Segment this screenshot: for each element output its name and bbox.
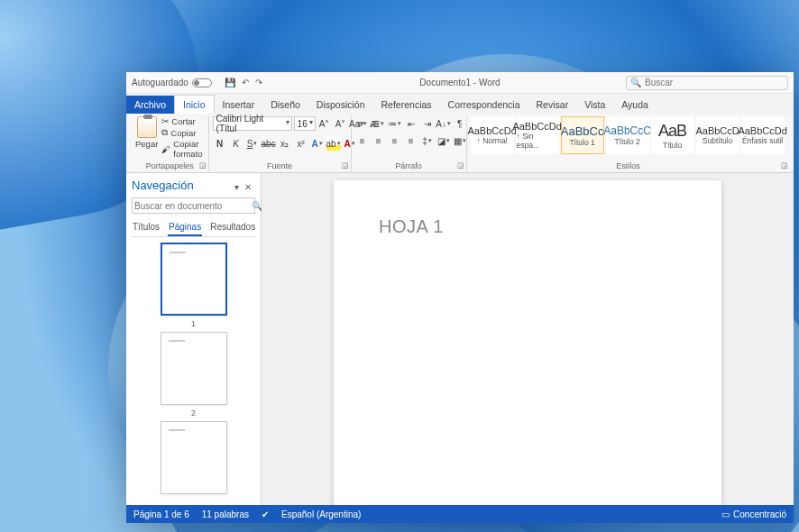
- italic-icon[interactable]: K: [229, 136, 243, 151]
- page-1[interactable]: HOJA 1: [334, 180, 721, 505]
- tab-disposicion[interactable]: Disposición: [308, 96, 373, 114]
- strike-icon[interactable]: abc: [262, 136, 276, 151]
- nav-tabs: Títulos Páginas Resultados: [132, 219, 255, 237]
- line-spacing-icon[interactable]: ‡: [420, 133, 435, 148]
- status-bar: Página 1 de 6 11 palabras ✔ Español (Arg…: [126, 505, 794, 523]
- style-subtitle[interactable]: AaBbCcDSubtítulo: [696, 116, 739, 154]
- group-font: Calibri Light (Títul 16 A˄ A˅ Aa A̷ N K …: [209, 116, 352, 171]
- thumbnail-page-3[interactable]: [161, 421, 227, 494]
- shading-icon[interactable]: ◪: [436, 133, 451, 148]
- copy-button[interactable]: ⧉ Copiar: [161, 127, 202, 138]
- tab-ayuda[interactable]: Ayuda: [613, 96, 657, 114]
- font-dialog-launcher[interactable]: ◲: [342, 161, 349, 170]
- font-size-combo[interactable]: 16: [294, 116, 316, 131]
- styles-dialog-launcher[interactable]: ◲: [781, 161, 788, 170]
- numbering-icon[interactable]: ≣: [372, 116, 386, 131]
- tell-me-search[interactable]: 🔍: [626, 76, 788, 90]
- spellcheck-icon[interactable]: ✔: [262, 509, 269, 519]
- style-heading1[interactable]: AaBbCcTítulo 1: [561, 116, 604, 154]
- align-left-icon[interactable]: ≡: [355, 133, 370, 148]
- group-clipboard: Pegar ✂ Cortar ⧉ Copiar 🖌 Copiar formato…: [132, 116, 209, 171]
- borders-icon[interactable]: ▦: [453, 133, 467, 148]
- nav-close-icon[interactable]: ✕: [244, 182, 252, 192]
- save-icon[interactable]: 💾: [225, 78, 235, 87]
- bold-icon[interactable]: N: [213, 136, 227, 151]
- word-window: Autoguardado 💾 ↶ ↷ Documento1 - Word 🔍 A…: [126, 72, 794, 523]
- align-center-icon[interactable]: ≡: [372, 133, 386, 148]
- search-input[interactable]: [645, 78, 784, 87]
- body-area: Navegación ▾ ✕ 🔍 ▾ Títulos Páginas Resul…: [126, 173, 794, 505]
- font-name-combo[interactable]: Calibri Light (Títul: [213, 116, 292, 131]
- shrink-font-icon[interactable]: A˅: [334, 116, 348, 131]
- group-styles: AaBbCcDd↑ Normal AaBbCcDd↑ Sin espa... A…: [467, 116, 790, 171]
- autosave-label: Autoguardado: [132, 78, 188, 87]
- thumbnail-page-2[interactable]: [161, 332, 227, 405]
- style-subtle-emphasis[interactable]: AaBbCcDdÉnfasis sutil: [741, 116, 785, 154]
- underline-icon[interactable]: S: [245, 136, 260, 151]
- focus-mode-icon[interactable]: ▭: [721, 509, 730, 519]
- style-no-spacing[interactable]: AaBbCcDd↑ Sin espa...: [516, 116, 559, 154]
- outdent-icon[interactable]: ⇤: [404, 116, 418, 131]
- style-title[interactable]: AaBTítulo: [651, 116, 694, 154]
- clipboard-icon: [137, 116, 157, 138]
- search-icon: 🔍: [630, 78, 641, 87]
- nav-search[interactable]: 🔍 ▾: [132, 197, 255, 214]
- status-focus[interactable]: Concentració: [733, 509, 786, 519]
- format-painter-button[interactable]: 🖌 Copiar formato: [161, 139, 202, 159]
- tab-inicio[interactable]: Inicio: [174, 95, 215, 114]
- superscript-icon[interactable]: x²: [294, 136, 308, 151]
- highlight-icon[interactable]: ab: [326, 136, 341, 151]
- tab-vista[interactable]: Vista: [576, 96, 613, 114]
- bullets-icon[interactable]: ≡: [355, 116, 370, 131]
- navigation-pane: Navegación ▾ ✕ 🔍 ▾ Títulos Páginas Resul…: [126, 173, 262, 505]
- nav-tab-pages[interactable]: Páginas: [168, 219, 202, 236]
- subscript-icon[interactable]: x₂: [278, 136, 292, 151]
- justify-icon[interactable]: ≡: [404, 133, 418, 148]
- clipboard-dialog-launcher[interactable]: ◲: [199, 161, 207, 170]
- status-language[interactable]: Español (Argentina): [281, 509, 361, 519]
- undo-icon[interactable]: ↶: [242, 78, 249, 87]
- quick-access-toolbar: 💾 ↶ ↷: [225, 78, 262, 87]
- autosave-toggle[interactable]: Autoguardado: [132, 78, 212, 87]
- align-right-icon[interactable]: ≡: [388, 133, 402, 148]
- ribbon-tabs: Archivo Inicio Insertar Diseño Disposici…: [126, 94, 794, 114]
- tab-revisar[interactable]: Revisar: [528, 96, 577, 114]
- tab-insertar[interactable]: Insertar: [215, 96, 263, 114]
- style-normal[interactable]: AaBbCcDd↑ Normal: [471, 116, 514, 154]
- show-marks-icon[interactable]: ¶: [453, 116, 467, 131]
- document-title: Documento1 - Word: [419, 78, 500, 87]
- tab-referencias[interactable]: Referencias: [373, 96, 440, 114]
- toggle-switch-icon[interactable]: [192, 78, 212, 87]
- document-canvas[interactable]: HOJA 1: [262, 173, 794, 505]
- nav-tab-titles[interactable]: Títulos: [132, 219, 161, 236]
- paragraph-dialog-launcher[interactable]: ◲: [457, 161, 464, 170]
- status-words[interactable]: 11 palabras: [202, 509, 249, 519]
- redo-icon[interactable]: ↷: [255, 78, 262, 87]
- ribbon: Pegar ✂ Cortar ⧉ Copiar 🖌 Copiar formato…: [126, 114, 794, 173]
- group-paragraph: ≡ ≣ ≔ ⇤ ⇥ A↓ ¶ ≡ ≡ ≡ ≡ ‡ ◪ ▦ P: [352, 116, 467, 171]
- sort-icon[interactable]: A↓: [436, 116, 451, 131]
- heading-text[interactable]: HOJA 1: [379, 216, 676, 237]
- nav-search-input[interactable]: [134, 201, 249, 211]
- tab-file[interactable]: Archivo: [126, 96, 174, 114]
- thumbnail-page-1[interactable]: [161, 243, 227, 316]
- status-page[interactable]: Página 1 de 6: [133, 509, 189, 519]
- style-heading2[interactable]: AaBbCcCTítulo 2: [606, 116, 649, 154]
- title-bar: Autoguardado 💾 ↶ ↷ Documento1 - Word 🔍: [126, 72, 794, 94]
- text-effects-icon[interactable]: A: [310, 136, 325, 151]
- cut-button[interactable]: ✂ Cortar: [161, 116, 202, 126]
- multilevel-icon[interactable]: ≔: [388, 116, 402, 131]
- page-thumbnails[interactable]: 1 2: [132, 237, 255, 500]
- tab-correspondencia[interactable]: Correspondencia: [440, 96, 528, 114]
- indent-icon[interactable]: ⇥: [420, 116, 435, 131]
- nav-dropdown-icon[interactable]: ▾: [234, 182, 239, 192]
- grow-font-icon[interactable]: A˄: [317, 116, 332, 131]
- tab-diseno[interactable]: Diseño: [262, 96, 308, 114]
- paste-button[interactable]: Pegar: [135, 116, 158, 149]
- nav-tab-results[interactable]: Resultados: [209, 219, 256, 236]
